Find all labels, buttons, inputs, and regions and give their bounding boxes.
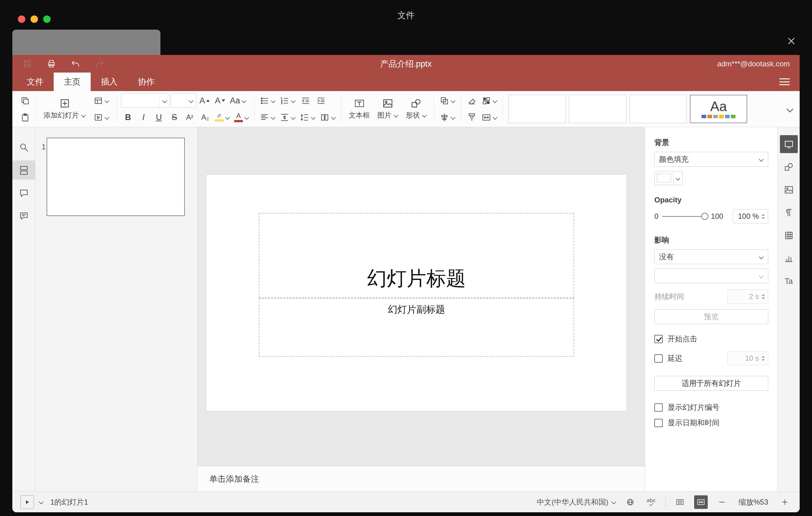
slide-thumbnail[interactable] xyxy=(47,138,185,216)
delay-input[interactable]: 10 s xyxy=(727,351,768,365)
paste-button[interactable] xyxy=(18,110,32,124)
subtitle-placeholder[interactable]: 幻灯片副标题 xyxy=(259,298,574,357)
underline-button[interactable]: U xyxy=(152,110,166,124)
increase-indent-button[interactable] xyxy=(314,93,328,108)
highlight-color-button[interactable] xyxy=(213,110,231,124)
strikeout-button[interactable]: S xyxy=(167,110,181,124)
start-on-click-checkbox[interactable] xyxy=(654,335,663,343)
theme-item[interactable] xyxy=(569,95,626,123)
spinner-arrows-icon[interactable] xyxy=(762,214,765,219)
slider-knob[interactable] xyxy=(701,213,708,220)
spinner-arrows-icon[interactable] xyxy=(762,356,765,361)
font-color-button[interactable]: A xyxy=(233,110,251,124)
bold-button[interactable]: B xyxy=(121,110,135,124)
zoom-out-button[interactable] xyxy=(715,495,729,509)
copy-button[interactable] xyxy=(18,93,32,108)
italic-button[interactable]: I xyxy=(136,110,150,124)
horizontal-align-button[interactable] xyxy=(258,110,277,124)
fit-to-width-button[interactable] xyxy=(694,495,708,509)
chevron-down-icon[interactable] xyxy=(39,500,44,504)
bullet-list-button[interactable] xyxy=(258,93,277,108)
decrease-font-button[interactable]: A xyxy=(213,93,227,108)
save-button[interactable] xyxy=(21,58,33,70)
print-button[interactable] xyxy=(45,58,57,70)
slideshow-button[interactable] xyxy=(92,110,111,124)
redo-button[interactable] xyxy=(93,58,106,70)
menu-button[interactable] xyxy=(779,78,790,85)
subscript-button[interactable]: A₂ xyxy=(198,110,212,124)
show-date-time-checkbox[interactable] xyxy=(654,419,663,427)
chevron-down-icon xyxy=(331,115,336,119)
chart-settings-button[interactable] xyxy=(780,249,798,267)
insert-shape-button[interactable]: 形状 xyxy=(402,93,430,124)
insert-textbox-button[interactable]: 文本框 xyxy=(345,93,374,124)
language-select[interactable]: 中文(中华人民共和国) xyxy=(537,497,616,507)
columns-button[interactable] xyxy=(318,110,337,124)
paragraph-settings-button[interactable] xyxy=(780,204,798,222)
copy-style-button[interactable] xyxy=(465,110,479,124)
preview-button[interactable]: 预览 xyxy=(654,309,768,324)
feedback-button[interactable] xyxy=(12,206,35,225)
theme-item[interactable] xyxy=(629,95,687,123)
apply-to-all-slides-button[interactable]: 适用于所有幻灯片 xyxy=(654,376,768,391)
tab-home[interactable]: 主页 xyxy=(54,73,91,91)
title-placeholder[interactable]: 幻灯片标题 xyxy=(259,213,574,298)
text-art-settings-button[interactable]: Ta xyxy=(780,272,798,290)
color-scheme-button[interactable] xyxy=(480,93,499,108)
slide-canvas[interactable]: 幻灯片标题 幻灯片副标题 xyxy=(206,174,627,411)
increase-font-button[interactable]: A xyxy=(198,93,212,108)
document-language-button[interactable] xyxy=(624,495,637,509)
insert-image-button[interactable]: 图片 xyxy=(374,93,402,124)
chevron-down-icon xyxy=(759,274,763,278)
slide-layout-button[interactable] xyxy=(92,93,111,108)
opacity-input[interactable]: 100 % xyxy=(733,209,768,224)
slide-settings-button[interactable] xyxy=(780,135,798,153)
decrease-indent-button[interactable] xyxy=(298,93,313,108)
clear-style-button[interactable] xyxy=(465,93,479,108)
show-slide-number-checkbox[interactable] xyxy=(654,403,663,412)
delay-checkbox[interactable] xyxy=(654,354,663,363)
chevron-down-icon xyxy=(105,115,109,119)
undo-button[interactable] xyxy=(69,58,82,70)
search-button[interactable] xyxy=(12,138,35,157)
font-size-select[interactable] xyxy=(171,93,196,108)
check-icon xyxy=(649,503,654,506)
tab-collaboration[interactable]: 协作 xyxy=(128,73,165,91)
fit-to-slide-button[interactable] xyxy=(673,495,687,509)
tab-file[interactable]: 文件 xyxy=(17,73,54,91)
slide-size-button[interactable] xyxy=(480,110,499,124)
theme-item[interactable] xyxy=(509,95,566,123)
fill-color-button[interactable] xyxy=(654,171,683,185)
add-slide-button[interactable]: 添加幻灯片 xyxy=(40,93,89,124)
arrange-shapes-button[interactable] xyxy=(438,93,457,108)
fill-type-select[interactable]: 颜色填充 xyxy=(654,152,768,167)
image-settings-button[interactable] xyxy=(780,181,798,199)
tab-insert[interactable]: 插入 xyxy=(91,73,128,91)
change-case-button[interactable]: Aa xyxy=(228,93,248,108)
theme-gallery-expand-button[interactable] xyxy=(783,102,796,116)
align-shapes-button[interactable] xyxy=(438,110,457,124)
vertical-align-button[interactable] xyxy=(278,110,297,124)
spellcheck-button[interactable]: abc xyxy=(644,495,658,509)
notes-area[interactable]: 单击添加备注 xyxy=(198,466,645,491)
spinner-arrows-icon[interactable] xyxy=(762,294,765,299)
zoom-in-button[interactable] xyxy=(778,495,792,509)
line-spacing-button[interactable] xyxy=(298,110,317,124)
start-slideshow-status-button[interactable] xyxy=(20,495,34,509)
chevron-down-icon xyxy=(291,115,295,119)
effect-option-select[interactable] xyxy=(654,268,768,283)
numbered-list-button[interactable] xyxy=(278,93,297,108)
highlight-color-swatch xyxy=(215,119,224,122)
opacity-slider[interactable] xyxy=(662,216,707,217)
theme-item-selected[interactable]: Aa xyxy=(690,95,747,123)
duration-input[interactable]: 2 s xyxy=(727,289,768,304)
shape-settings-button[interactable] xyxy=(780,158,798,176)
comments-button[interactable] xyxy=(12,183,35,202)
slides-panel-button[interactable] xyxy=(12,161,35,180)
superscript-button[interactable]: A² xyxy=(183,110,197,124)
close-modal-button[interactable] xyxy=(785,34,798,48)
effect-select[interactable]: 没有 xyxy=(654,249,768,264)
columns-icon xyxy=(320,113,329,122)
table-settings-button[interactable] xyxy=(780,227,798,245)
font-name-select[interactable] xyxy=(121,93,170,108)
